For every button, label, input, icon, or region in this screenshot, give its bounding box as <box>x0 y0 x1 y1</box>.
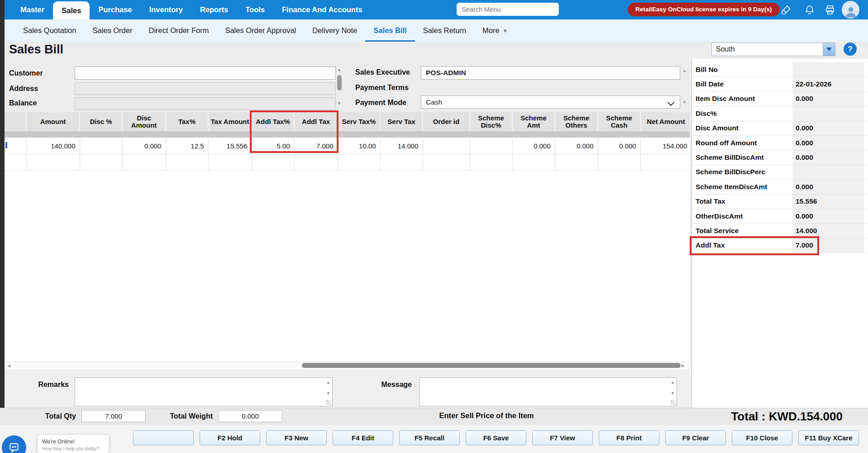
scroll-up-icon[interactable]: ▲ <box>671 381 675 385</box>
grid-cell-disc[interactable] <box>80 154 122 171</box>
topnav-item-reports[interactable]: Reports <box>191 0 237 19</box>
payment-terms-select[interactable]: Cash <box>421 95 680 109</box>
fkey-button-f8-print[interactable]: F8 Print <box>599 430 659 445</box>
total-weight-input[interactable] <box>218 410 282 422</box>
fkey-button-f3-new[interactable]: F3 New <box>266 430 327 445</box>
grid-cell-tax[interactable] <box>166 154 208 171</box>
grid-cell-scheme-amt[interactable] <box>512 154 555 171</box>
grid-cell-serv-tax[interactable] <box>338 154 380 171</box>
grid-cell-scheme-amt[interactable]: 0.000 <box>512 138 555 154</box>
grid-header-scheme-cash[interactable]: Scheme Cash <box>598 112 640 131</box>
grid-cell-serv-tax[interactable]: 14.000 <box>380 138 423 154</box>
grid-header-tax[interactable]: Tax% <box>166 112 208 131</box>
grid-cell-disc-amount[interactable] <box>122 154 166 171</box>
remarks-textarea[interactable] <box>75 378 332 406</box>
fkey-button-blank[interactable] <box>133 430 194 445</box>
grid-cell-tax-amount[interactable] <box>208 154 252 171</box>
grid-cell-addl-tax[interactable]: 5.00 <box>252 138 294 154</box>
help-icon[interactable]: ? <box>844 43 857 56</box>
grid-header-scheme-others[interactable]: Scheme Others <box>555 112 598 131</box>
fkey-button-f11-buy-xcare[interactable]: F11 Buy XCare <box>798 430 859 445</box>
scroll-down-icon[interactable]: ▼ <box>671 391 675 396</box>
subnav-item-delivery-note[interactable]: Delivery Note <box>304 19 365 42</box>
grid-cell-scheme-others[interactable]: 0.000 <box>555 138 598 154</box>
grid-cell-scheme-disc[interactable] <box>470 138 512 154</box>
grid-cell-serv-tax[interactable] <box>380 154 423 171</box>
grid-cell-scheme-others[interactable] <box>555 154 598 171</box>
topnav-item-tools[interactable]: Tools <box>237 0 273 19</box>
search-input[interactable] <box>457 3 559 16</box>
grid-cell-amount[interactable] <box>26 154 80 171</box>
total-qty-input[interactable] <box>81 410 146 422</box>
grid-cell-scheme-cash[interactable] <box>598 154 640 171</box>
subnav-item-more[interactable]: More▼ <box>474 19 515 42</box>
grid-header-tax-amount[interactable]: Tax Amount <box>208 112 252 131</box>
grid-cell-addl-tax[interactable] <box>294 154 338 171</box>
subnav-item-sales-return[interactable]: Sales Return <box>415 19 474 42</box>
topnav-item-inventory[interactable]: Inventory <box>141 0 191 19</box>
grid-header-blank[interactable] <box>5 112 26 131</box>
theme-brush-icon[interactable] <box>780 4 792 16</box>
grid-header-scheme-disc[interactable]: Scheme Disc% <box>470 112 512 131</box>
subnav-item-sales-order-approval[interactable]: Sales Order Approval <box>217 19 304 42</box>
grid-header-disc[interactable]: Disc % <box>80 112 122 131</box>
scroll-left-icon[interactable]: ◀ <box>7 363 10 368</box>
topnav-item-finance-and-accounts[interactable]: Finance And Accounts <box>273 0 371 19</box>
grid-cell-amount[interactable]: 140.000 <box>26 138 80 154</box>
sales-executive-field[interactable]: POS-ADMIN <box>421 66 680 80</box>
grid-header-disc-amount[interactable]: Disc Amount <box>122 112 166 131</box>
resize-handle[interactable] <box>671 400 676 405</box>
message-textarea[interactable] <box>420 378 677 406</box>
notifications-bell-icon[interactable] <box>803 4 816 16</box>
grid-cell-tax-amount[interactable]: 15.556 <box>208 138 252 154</box>
subnav-item-sales-bill[interactable]: Sales Bill <box>365 19 415 42</box>
grid-header-addl-tax[interactable]: Addl Tax <box>294 112 338 131</box>
topnav-item-sales[interactable]: Sales <box>53 1 90 19</box>
subnav-item-direct-order-form[interactable]: Direct Order Form <box>140 19 217 42</box>
topnav-item-master[interactable]: Master <box>12 0 53 19</box>
grid-header-scheme-amt[interactable]: Scheme Amt <box>512 112 555 131</box>
horizontal-scrollbar-thumb[interactable] <box>302 363 681 368</box>
fkey-button-f4-edit[interactable]: F4 Edit <box>333 430 393 445</box>
fkey-button-f6-save[interactable]: F6 Save <box>466 430 526 445</box>
grid-cell-net-amount[interactable]: 154.000 <box>640 138 690 154</box>
table-row[interactable]: 140.0000.00012.515.5565.007.00010.0014.0… <box>5 138 690 154</box>
scroll-right-icon[interactable]: ▶ <box>682 363 685 368</box>
grid-cell-blank[interactable] <box>5 138 26 154</box>
grid-cell-addl-tax[interactable] <box>252 154 294 171</box>
scroll-up-icon[interactable]: ▲ <box>682 69 687 73</box>
print-icon[interactable] <box>824 4 836 16</box>
branch-select[interactable]: South <box>711 43 835 56</box>
grid-cell-disc-amount[interactable]: 0.000 <box>122 138 166 154</box>
grid-cell-scheme-cash[interactable]: 0.000 <box>598 138 640 154</box>
grid-cell-disc[interactable] <box>80 138 122 154</box>
fkey-button-f5-recall[interactable]: F5 Recall <box>399 430 460 445</box>
fkey-button-f9-clear[interactable]: F9 Clear <box>665 430 726 445</box>
chat-tooltip[interactable]: We're Online! How may I help you today? <box>38 435 109 453</box>
subnav-item-sales-order[interactable]: Sales Order <box>84 19 140 42</box>
grid-cell-scheme-disc[interactable] <box>470 154 512 171</box>
scroll-down-icon[interactable]: ▼ <box>337 101 341 105</box>
resize-handle[interactable] <box>326 400 331 405</box>
customer-input[interactable] <box>75 67 336 80</box>
grid-header-addl-tax[interactable]: Addl Tax% <box>252 112 294 131</box>
fkey-button-f10-close[interactable]: F10 Close <box>732 430 792 445</box>
grid-header-amount[interactable]: Amount <box>26 112 80 131</box>
subnav-item-sales-quotation[interactable]: Sales Quotation <box>15 19 84 42</box>
license-expiry-badge[interactable]: RetailEasy OnCloud license expires in 9 … <box>628 3 780 16</box>
fkey-button-f2-hold[interactable]: F2 Hold <box>200 430 260 445</box>
topnav-item-purchase[interactable]: Purchase <box>90 0 140 19</box>
grid-header-net-amount[interactable]: Net Amount <box>640 112 690 131</box>
grid-cell-order-id[interactable] <box>423 154 470 171</box>
grid-cell-net-amount[interactable] <box>640 154 690 171</box>
grid-header-serv-tax[interactable]: Serv Tax <box>380 112 423 131</box>
scroll-up-icon[interactable]: ▲ <box>326 381 330 385</box>
grid-cell-addl-tax[interactable]: 7.000 <box>294 138 338 154</box>
table-row-empty[interactable] <box>5 154 690 171</box>
grid-cell-blank[interactable] <box>5 154 26 171</box>
scroll-up-icon[interactable]: ▲ <box>337 68 341 72</box>
grid-cell-order-id[interactable] <box>423 138 470 154</box>
scrollbar-thumb[interactable] <box>337 75 342 91</box>
scroll-down-icon[interactable]: ▼ <box>326 391 330 396</box>
grid-cell-serv-tax[interactable]: 10.00 <box>338 138 380 154</box>
